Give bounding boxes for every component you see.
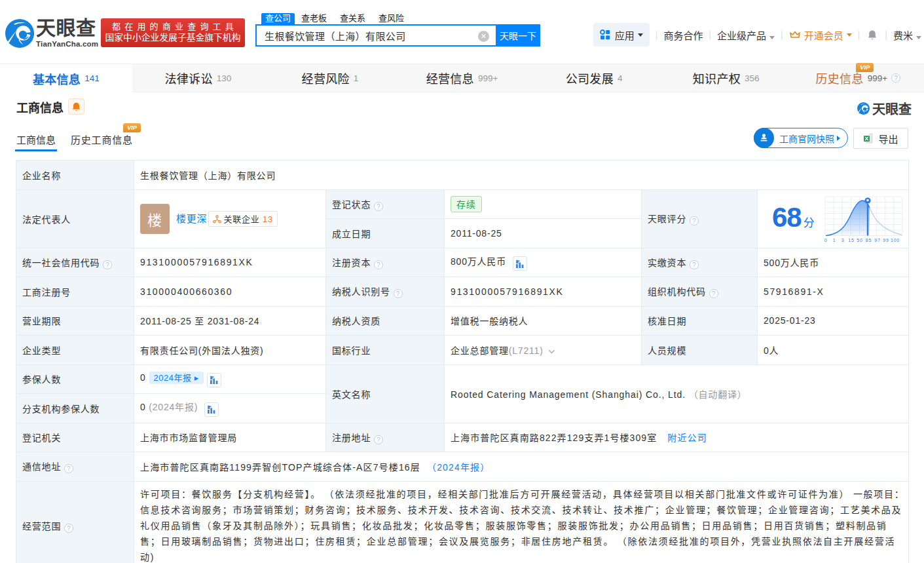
- svg-text:3: 3: [841, 238, 844, 243]
- svg-text:97: 97: [874, 238, 880, 243]
- svg-text:85: 85: [865, 238, 871, 243]
- svg-text:50: 50: [857, 238, 862, 243]
- svg-text:1: 1: [832, 238, 836, 243]
- svg-text:100: 100: [890, 238, 899, 243]
- svg-text:0: 0: [824, 238, 827, 243]
- svg-text:99: 99: [883, 238, 889, 243]
- svg-text:15: 15: [848, 238, 854, 243]
